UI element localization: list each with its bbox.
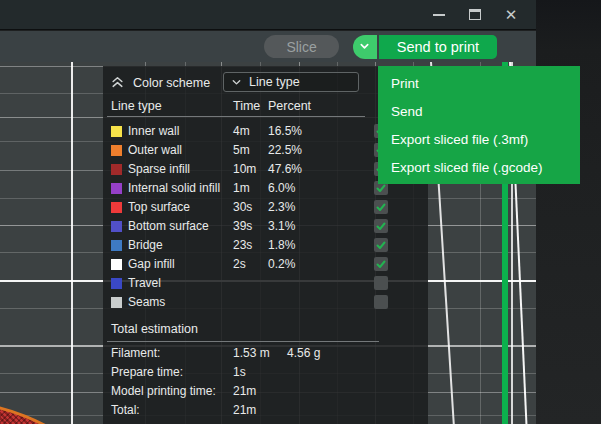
col-line-type: Line type [111,99,162,113]
window-controls: ✕ [428,4,522,26]
line-type-row: Travel [103,274,428,293]
estimation-value-2: 4.56 g [287,346,320,360]
estimation-value-1: 21m [233,403,256,417]
line-type-color-swatch [111,221,122,232]
line-type-visibility-checkbox[interactable] [374,276,388,290]
line-type-visibility-checkbox[interactable] [374,200,388,214]
line-type-percent: 47.6% [268,162,302,176]
checkmark-icon [375,220,387,232]
line-type-row: Bridge 23s 1.8% [103,236,428,255]
line-type-time: 39s [233,219,252,233]
line-type-color-swatch [111,202,122,213]
col-percent: Percent [268,99,311,113]
line-type-percent: 3.1% [268,219,295,233]
panel-title: Color scheme [133,76,210,90]
line-type-time: 23s [233,238,252,252]
estimation-value-1: 1.53 m [233,346,270,360]
line-type-color-swatch [111,164,122,175]
line-type-time: 5m [233,143,250,157]
maximize-icon [469,9,481,20]
header-divider [107,116,365,117]
menu-item-print[interactable]: Print [378,70,580,98]
line-type-label: Bottom surface [128,219,209,233]
line-type-color-swatch [111,126,122,137]
view-mode-dropdown[interactable]: Line type [223,72,359,92]
col-time: Time [233,99,260,113]
menu-item-export-sliced-file-3mf[interactable]: Export sliced file (.3mf) [378,126,580,154]
menu-item-export-sliced-file-gcode[interactable]: Export sliced file (.gcode) [378,154,580,182]
line-type-percent: 22.5% [268,143,302,157]
total-estimation-title: Total estimation [111,322,198,336]
line-type-percent: 1.8% [268,238,295,252]
collapse-panel-button[interactable] [111,75,124,91]
line-type-label: Bridge [128,238,163,252]
line-type-color-swatch [111,297,122,308]
maximize-button[interactable] [464,4,486,26]
estimation-label: Model printing time: [111,384,216,398]
double-chevron-up-icon [111,75,124,88]
line-type-visibility-checkbox[interactable] [374,295,388,309]
line-type-time: 30s [233,200,252,214]
slice-button[interactable]: Slice [264,35,338,58]
right-strip [536,0,601,424]
line-type-label: Sparse infill [128,162,190,176]
estimation-label: Prepare time: [111,365,183,379]
line-type-color-swatch [111,259,122,270]
line-type-label: Inner wall [128,124,179,138]
minimize-icon [433,14,445,16]
checkmark-icon [375,201,387,213]
estimation-label: Filament: [111,346,160,360]
send-options-dropdown-button[interactable] [353,35,377,59]
estimation-value-1: 1s [233,365,246,379]
line-type-percent: 16.5% [268,124,302,138]
checkmark-icon [375,239,387,251]
line-type-label: Gap infill [128,257,175,271]
line-type-row: Seams [103,293,428,312]
view-mode-value: Line type [249,75,300,89]
line-type-color-swatch [111,240,122,251]
line-type-label: Top surface [128,200,190,214]
line-type-percent: 6.0% [268,181,295,195]
titlebar: ✕ [0,0,536,30]
line-type-visibility-checkbox[interactable] [374,238,388,252]
line-type-time: 4m [233,124,250,138]
line-type-row: Gap infill 2s 0.2% [103,255,428,274]
line-type-time: 1m [233,181,250,195]
close-button[interactable]: ✕ [500,4,522,26]
toolbar: Slice Send to print [0,31,536,62]
send-to-print-menu: PrintSendExport sliced file (.3mf)Export… [378,66,580,184]
send-split-button: Send to print [353,35,497,59]
line-type-label: Seams [128,295,165,309]
estimation-row: Filament: 1.53 m 4.56 g [103,344,428,363]
line-type-label: Internal solid infill [128,181,220,195]
line-type-color-swatch [111,145,122,156]
chevron-down-icon [231,77,242,88]
line-type-label: Travel [128,276,161,290]
line-type-color-swatch [111,278,122,289]
chevron-down-icon [359,41,370,52]
line-type-color-swatch [111,183,122,194]
estimation-value-1: 21m [233,384,256,398]
estimation-row: Model printing time: 21m [103,382,428,401]
estimation-row: Total: 21m [103,401,428,420]
estimation-label: Total: [111,403,140,417]
line-type-label: Outer wall [128,143,182,157]
line-type-row: Bottom surface 39s 3.1% [103,217,428,236]
line-type-time: 2s [233,257,246,271]
total-divider [107,341,379,342]
slicer-app-window: ✕ Slice Send to print Color scheme [0,0,601,424]
line-type-row: Top surface 30s 2.3% [103,198,428,217]
line-type-visibility-checkbox[interactable] [374,257,388,271]
line-type-time: 10m [233,162,256,176]
line-type-percent: 2.3% [268,200,295,214]
close-icon: ✕ [505,7,518,22]
send-to-print-button[interactable]: Send to print [379,35,497,59]
line-type-visibility-checkbox[interactable] [374,219,388,233]
menu-item-send[interactable]: Send [378,98,580,126]
minimize-button[interactable] [428,4,450,26]
estimation-row: Prepare time: 1s [103,363,428,382]
line-type-percent: 0.2% [268,257,295,271]
checkmark-icon [375,258,387,270]
